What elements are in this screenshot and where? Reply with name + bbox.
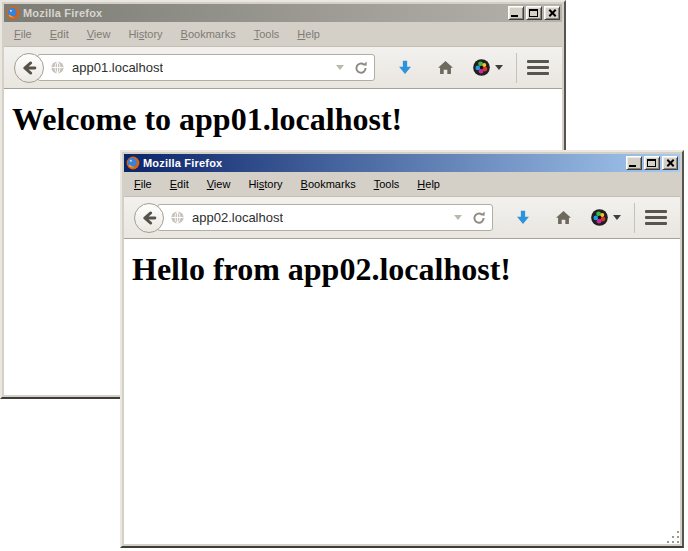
menu-edit[interactable]: Edit (161, 174, 198, 194)
location-dropdown-icon[interactable] (454, 215, 462, 220)
reload-icon[interactable] (471, 210, 487, 226)
menu-bookmarks[interactable]: Bookmarks (292, 174, 365, 194)
maximize-icon (647, 159, 656, 167)
close-button[interactable] (544, 6, 560, 20)
home-button[interactable] (547, 202, 579, 234)
menu-file[interactable]: File (5, 24, 41, 44)
menu-edit[interactable]: Edit (41, 24, 78, 44)
minimize-button[interactable] (508, 6, 524, 20)
window-title: Mozilla Firefox (23, 7, 102, 19)
page-content: Hello from app02.localhost! (124, 238, 680, 544)
minimize-icon (511, 15, 518, 17)
download-button[interactable] (507, 202, 539, 234)
url-text[interactable]: app02.localhost (192, 210, 283, 225)
navigation-toolbar: app01.localhost (4, 46, 562, 88)
navigation-toolbar: app02.localhost (124, 196, 680, 238)
download-icon (396, 59, 414, 77)
minimize-button[interactable] (626, 156, 642, 170)
back-button[interactable] (134, 203, 164, 233)
menu-history[interactable]: History (119, 24, 171, 44)
minimize-icon (629, 165, 636, 167)
menu-history[interactable]: History (239, 174, 291, 194)
close-icon (545, 7, 559, 19)
menubar: File Edit View History Bookmarks Tools H… (4, 22, 562, 46)
globe-icon (170, 210, 185, 225)
close-button[interactable] (662, 156, 678, 170)
location-dropdown-icon[interactable] (336, 65, 344, 70)
toolbar-separator (516, 53, 517, 83)
addon-button[interactable] (467, 52, 507, 84)
back-icon (140, 209, 158, 227)
menu-button[interactable] (642, 202, 670, 234)
firefox-icon (6, 6, 20, 20)
menu-help[interactable]: Help (408, 174, 449, 194)
maximize-icon (529, 9, 538, 17)
menu-button[interactable] (524, 52, 552, 84)
menu-view[interactable]: View (78, 24, 120, 44)
addon-color-wheel-icon (590, 208, 609, 227)
menu-tools[interactable]: Tools (365, 174, 409, 194)
firefox-window-app02: Mozilla Firefox File Edit View History B… (120, 150, 684, 548)
menu-view[interactable]: View (198, 174, 240, 194)
hamburger-menu-icon (527, 60, 549, 63)
desktop: Mozilla Firefox File Edit View History B… (0, 0, 688, 551)
addon-dropdown-icon (495, 65, 503, 70)
download-button[interactable] (389, 52, 421, 84)
window-title: Mozilla Firefox (143, 157, 222, 169)
window-controls (626, 156, 678, 170)
menu-tools[interactable]: Tools (245, 24, 289, 44)
close-icon (663, 157, 677, 169)
menu-bookmarks[interactable]: Bookmarks (172, 24, 245, 44)
home-button[interactable] (429, 52, 461, 84)
titlebar[interactable]: Mozilla Firefox (124, 154, 680, 172)
titlebar[interactable]: Mozilla Firefox (4, 4, 562, 22)
url-text[interactable]: app01.localhost (72, 60, 163, 75)
menubar: File Edit View History Bookmarks Tools H… (124, 172, 680, 196)
maximize-button[interactable] (526, 6, 542, 20)
addon-dropdown-icon (613, 215, 621, 220)
hamburger-menu-icon (645, 210, 667, 213)
page-heading: Hello from app02.localhost! (124, 251, 680, 288)
url-bar[interactable]: app01.localhost (37, 54, 375, 81)
window-controls (508, 6, 560, 20)
maximize-button[interactable] (644, 156, 660, 170)
menu-file[interactable]: File (125, 174, 161, 194)
reload-icon[interactable] (353, 60, 369, 76)
url-bar[interactable]: app02.localhost (157, 204, 493, 231)
page-heading: Welcome to app01.localhost! (4, 101, 562, 138)
home-icon (555, 209, 572, 226)
firefox-icon (126, 156, 140, 170)
toolbar-separator (634, 203, 635, 233)
back-button[interactable] (14, 53, 44, 83)
globe-icon (50, 60, 65, 75)
menu-help[interactable]: Help (288, 24, 329, 44)
download-icon (514, 209, 532, 227)
resize-grip[interactable] (668, 532, 681, 545)
addon-color-wheel-icon (472, 58, 491, 77)
back-icon (20, 59, 38, 77)
addon-button[interactable] (585, 202, 625, 234)
home-icon (437, 59, 454, 76)
